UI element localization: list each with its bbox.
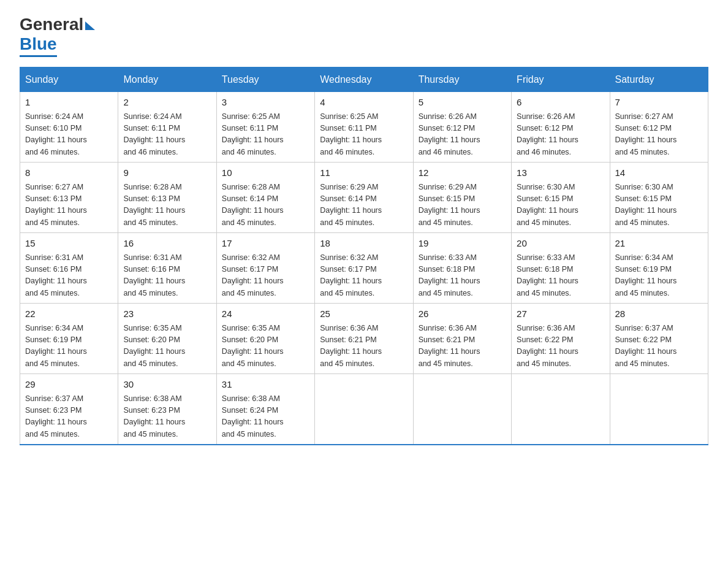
week-row-5: 29Sunrise: 6:37 AMSunset: 6:23 PMDayligh…: [20, 374, 708, 445]
day-info: Sunrise: 6:34 AMSunset: 6:19 PMDaylight:…: [615, 252, 703, 300]
day-number: 25: [320, 307, 408, 321]
day-number: 1: [25, 96, 113, 110]
logo-blue-text: Blue: [20, 34, 57, 57]
day-number: 2: [123, 96, 211, 110]
day-info: Sunrise: 6:29 AMSunset: 6:15 PMDaylight:…: [419, 182, 506, 229]
logo: General Blue: [20, 15, 95, 57]
day-number: 28: [615, 307, 703, 321]
calendar-cell: 15Sunrise: 6:31 AMSunset: 6:16 PMDayligh…: [20, 233, 118, 304]
calendar-cell: 14Sunrise: 6:30 AMSunset: 6:15 PMDayligh…: [610, 163, 708, 233]
calendar-cell: 22Sunrise: 6:34 AMSunset: 6:19 PMDayligh…: [20, 304, 118, 374]
day-info: Sunrise: 6:37 AMSunset: 6:23 PMDaylight:…: [25, 393, 113, 441]
day-number: 4: [320, 96, 408, 110]
day-info: Sunrise: 6:36 AMSunset: 6:21 PMDaylight:…: [320, 323, 408, 370]
calendar-cell: 6Sunrise: 6:26 AMSunset: 6:12 PMDaylight…: [512, 92, 610, 163]
day-info: Sunrise: 6:38 AMSunset: 6:24 PMDaylight:…: [222, 393, 309, 441]
day-number: 6: [517, 96, 604, 110]
day-number: 20: [517, 237, 604, 251]
calendar-cell: 9Sunrise: 6:28 AMSunset: 6:13 PMDaylight…: [118, 163, 216, 233]
calendar-cell: 1Sunrise: 6:24 AMSunset: 6:10 PMDaylight…: [20, 92, 118, 163]
day-info: Sunrise: 6:33 AMSunset: 6:18 PMDaylight:…: [419, 252, 506, 300]
day-number: 7: [615, 96, 703, 110]
day-number: 9: [123, 166, 211, 180]
calendar-cell: 2Sunrise: 6:24 AMSunset: 6:11 PMDaylight…: [118, 92, 216, 163]
calendar-cell: [610, 374, 708, 445]
day-info: Sunrise: 6:25 AMSunset: 6:11 PMDaylight:…: [222, 111, 309, 159]
day-number: 10: [222, 166, 309, 180]
day-info: Sunrise: 6:29 AMSunset: 6:14 PMDaylight:…: [320, 182, 408, 229]
day-number: 17: [222, 237, 309, 251]
calendar-cell: 30Sunrise: 6:38 AMSunset: 6:23 PMDayligh…: [118, 374, 216, 445]
day-info: Sunrise: 6:32 AMSunset: 6:17 PMDaylight:…: [222, 252, 309, 300]
week-row-3: 15Sunrise: 6:31 AMSunset: 6:16 PMDayligh…: [20, 233, 708, 304]
calendar-cell: [315, 374, 413, 445]
day-info: Sunrise: 6:24 AMSunset: 6:10 PMDaylight:…: [25, 111, 113, 159]
column-header-thursday: Thursday: [413, 67, 511, 92]
calendar-cell: 16Sunrise: 6:31 AMSunset: 6:16 PMDayligh…: [118, 233, 216, 304]
week-row-4: 22Sunrise: 6:34 AMSunset: 6:19 PMDayligh…: [20, 304, 708, 374]
day-number: 15: [25, 237, 113, 251]
calendar-cell: 31Sunrise: 6:38 AMSunset: 6:24 PMDayligh…: [216, 374, 314, 445]
calendar-cell: [512, 374, 610, 445]
logo-general-text: General: [20, 15, 83, 34]
day-info: Sunrise: 6:30 AMSunset: 6:15 PMDaylight:…: [517, 182, 604, 229]
calendar-cell: 4Sunrise: 6:25 AMSunset: 6:11 PMDaylight…: [315, 92, 413, 163]
calendar-cell: 3Sunrise: 6:25 AMSunset: 6:11 PMDaylight…: [216, 92, 314, 163]
day-number: 23: [123, 307, 211, 321]
day-number: 18: [320, 237, 408, 251]
day-info: Sunrise: 6:27 AMSunset: 6:12 PMDaylight:…: [615, 111, 703, 159]
calendar-cell: 27Sunrise: 6:36 AMSunset: 6:22 PMDayligh…: [512, 304, 610, 374]
day-info: Sunrise: 6:28 AMSunset: 6:13 PMDaylight:…: [123, 182, 211, 229]
day-number: 26: [419, 307, 506, 321]
calendar-cell: 26Sunrise: 6:36 AMSunset: 6:21 PMDayligh…: [413, 304, 511, 374]
calendar-cell: 11Sunrise: 6:29 AMSunset: 6:14 PMDayligh…: [315, 163, 413, 233]
calendar-cell: 8Sunrise: 6:27 AMSunset: 6:13 PMDaylight…: [20, 163, 118, 233]
day-number: 8: [25, 166, 113, 180]
calendar-cell: 13Sunrise: 6:30 AMSunset: 6:15 PMDayligh…: [512, 163, 610, 233]
day-info: Sunrise: 6:26 AMSunset: 6:12 PMDaylight:…: [419, 111, 506, 159]
day-info: Sunrise: 6:28 AMSunset: 6:14 PMDaylight:…: [222, 182, 309, 229]
week-row-2: 8Sunrise: 6:27 AMSunset: 6:13 PMDaylight…: [20, 163, 708, 233]
column-header-friday: Friday: [512, 67, 610, 92]
calendar-table: SundayMondayTuesdayWednesdayThursdayFrid…: [20, 67, 708, 445]
page-header: General Blue: [20, 15, 708, 57]
calendar-cell: 25Sunrise: 6:36 AMSunset: 6:21 PMDayligh…: [315, 304, 413, 374]
calendar-cell: 24Sunrise: 6:35 AMSunset: 6:20 PMDayligh…: [216, 304, 314, 374]
day-number: 21: [615, 237, 703, 251]
day-info: Sunrise: 6:27 AMSunset: 6:13 PMDaylight:…: [25, 182, 113, 229]
day-info: Sunrise: 6:38 AMSunset: 6:23 PMDaylight:…: [123, 393, 211, 441]
column-header-monday: Monday: [118, 67, 216, 92]
day-info: Sunrise: 6:36 AMSunset: 6:22 PMDaylight:…: [517, 323, 604, 370]
day-number: 12: [419, 166, 506, 180]
column-header-wednesday: Wednesday: [315, 67, 413, 92]
calendar-cell: 29Sunrise: 6:37 AMSunset: 6:23 PMDayligh…: [20, 374, 118, 445]
calendar-cell: 5Sunrise: 6:26 AMSunset: 6:12 PMDaylight…: [413, 92, 511, 163]
day-number: 27: [517, 307, 604, 321]
day-info: Sunrise: 6:25 AMSunset: 6:11 PMDaylight:…: [320, 111, 408, 159]
day-number: 24: [222, 307, 309, 321]
calendar-cell: 23Sunrise: 6:35 AMSunset: 6:20 PMDayligh…: [118, 304, 216, 374]
day-info: Sunrise: 6:37 AMSunset: 6:22 PMDaylight:…: [615, 323, 703, 370]
column-header-saturday: Saturday: [610, 67, 708, 92]
day-number: 30: [123, 378, 211, 392]
calendar-cell: 7Sunrise: 6:27 AMSunset: 6:12 PMDaylight…: [610, 92, 708, 163]
calendar-cell: 28Sunrise: 6:37 AMSunset: 6:22 PMDayligh…: [610, 304, 708, 374]
day-info: Sunrise: 6:36 AMSunset: 6:21 PMDaylight:…: [419, 323, 506, 370]
day-number: 3: [222, 96, 309, 110]
calendar-header-row: SundayMondayTuesdayWednesdayThursdayFrid…: [20, 67, 708, 92]
calendar-cell: 10Sunrise: 6:28 AMSunset: 6:14 PMDayligh…: [216, 163, 314, 233]
calendar-cell: 20Sunrise: 6:33 AMSunset: 6:18 PMDayligh…: [512, 233, 610, 304]
column-header-sunday: Sunday: [20, 67, 118, 92]
day-info: Sunrise: 6:31 AMSunset: 6:16 PMDaylight:…: [25, 252, 113, 300]
day-number: 14: [615, 166, 703, 180]
day-number: 22: [25, 307, 113, 321]
day-info: Sunrise: 6:26 AMSunset: 6:12 PMDaylight:…: [517, 111, 604, 159]
day-info: Sunrise: 6:31 AMSunset: 6:16 PMDaylight:…: [123, 252, 211, 300]
day-number: 13: [517, 166, 604, 180]
day-info: Sunrise: 6:30 AMSunset: 6:15 PMDaylight:…: [615, 182, 703, 229]
day-info: Sunrise: 6:35 AMSunset: 6:20 PMDaylight:…: [222, 323, 309, 370]
logo-arrow-icon: [85, 21, 95, 30]
day-number: 19: [419, 237, 506, 251]
calendar-cell: 18Sunrise: 6:32 AMSunset: 6:17 PMDayligh…: [315, 233, 413, 304]
day-info: Sunrise: 6:32 AMSunset: 6:17 PMDaylight:…: [320, 252, 408, 300]
